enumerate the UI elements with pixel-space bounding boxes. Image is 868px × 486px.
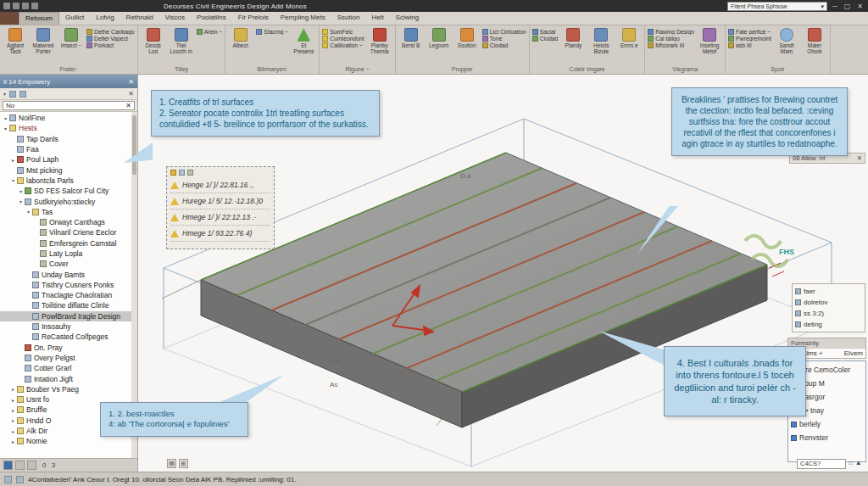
close-button[interactable]: ✕ [855, 3, 865, 10]
palette-row-faer[interactable]: faer [795, 286, 862, 297]
expander-icon[interactable]: ▸ [9, 397, 17, 403]
expander-icon[interactable]: ▸ [9, 439, 17, 444]
tool-cal-tailgo[interactable]: Cal tailgo [648, 36, 694, 42]
menu-tab-ssution[interactable]: Ssution [331, 12, 366, 25]
callout-top-right[interactable]: Breaklines ' prattises for Brewing count… [671, 87, 848, 156]
tool-helots-bizule[interactable]: Helots Bizule [588, 27, 614, 56]
menu-tab-lofvig[interactable]: Lofvig [90, 12, 120, 25]
tool-ciodad[interactable]: Ciodad [532, 36, 559, 42]
menu-tab-rethnald[interactable]: Rethnald [120, 12, 159, 25]
tree-item-nomie[interactable]: ▸Nomie [0, 436, 137, 446]
maximize-button[interactable]: ▢ [843, 3, 853, 10]
tool-sandt-mam[interactable]: Sandt Mam [774, 27, 799, 56]
menu-tab-retosum[interactable]: Retosum [19, 12, 59, 25]
tool-asb-iii[interactable]: asb III [728, 42, 771, 48]
scrollbar-thumb[interactable] [132, 115, 136, 175]
app-menu-button[interactable] [0, 12, 19, 25]
tool-matwred-porter[interactable]: Matwred Porter [31, 27, 56, 56]
panel-tab-2[interactable] [15, 461, 25, 470]
tool-sumfelc[interactable]: SumFelc [322, 29, 364, 35]
tool-emrs-e[interactable]: Emrs e [616, 27, 642, 56]
home-icon[interactable]: ⌂ [849, 459, 853, 466]
expander-icon[interactable]: ▸ [9, 428, 17, 434]
tree-item-noilfine[interactable]: ▾NoilFine [0, 113, 137, 123]
chevron-down-icon[interactable]: ▾ [821, 3, 825, 10]
tree-item-tas[interactable]: ▾Tas [0, 207, 137, 217]
tool-et-presens[interactable]: Et Presens [291, 27, 316, 56]
tool-desds-lod[interactable]: Desds Lod [141, 27, 166, 56]
filter-input[interactable]: No ✕ [3, 101, 135, 110]
tool-defiel-vapect[interactable]: Defiel Vapect [86, 36, 135, 42]
tool-maler-ohork[interactable]: Maler Ohork [802, 27, 827, 56]
tree-item-orwayt-canthags[interactable]: Orwayt Canthags [0, 217, 137, 227]
tool-inseting-metof[interactable]: Inseting Metof [697, 27, 722, 56]
tree-item-bouber-vs-paeg[interactable]: ▸Bouber Vs Paeg [0, 384, 137, 394]
formsinty-right[interactable]: Elvem [844, 349, 863, 357]
expander-icon[interactable]: ▸ [9, 157, 17, 163]
view-mode-icon[interactable] [9, 91, 16, 98]
panel-close-icon-small[interactable]: ✕ [128, 90, 134, 98]
layout-grid-icon[interactable]: ⊞ [179, 459, 188, 468]
menu-tab-sciwing[interactable]: Sciwing [390, 12, 426, 25]
tool-cumleondont[interactable]: Cumleondont [322, 36, 364, 42]
tree-item-laty-lopla[interactable]: Laty Lopla [0, 249, 137, 259]
palette-row-deting[interactable]: deting [795, 319, 862, 330]
expander-icon[interactable]: ▾ [25, 209, 32, 215]
property-row-renvster[interactable]: Renvster [791, 431, 863, 444]
expander-icon[interactable]: ▸ [9, 386, 17, 392]
expander-icon[interactable]: ▾ [2, 115, 9, 121]
tree-item-overy-pelgst[interactable]: Overy Pelgst [0, 353, 137, 363]
tree-item-unday-bamts[interactable]: Unday Bamts [0, 269, 137, 279]
menu-tab-fir-prelols[interactable]: Fir Prelols [232, 12, 275, 25]
tree-item-cotter-grarl[interactable]: Cotter Grarl [0, 363, 137, 373]
tree-item-vilnaril-criene-eeclor[interactable]: Vilnaril Criene Eeclor [0, 227, 137, 237]
menu-tab-poolatilns[interactable]: Poolatilns [191, 12, 232, 25]
tool-tilel-loocth-in[interactable]: Tilel Loocth in [169, 27, 194, 56]
tree-item-insoauhy[interactable]: Insoauhy [0, 321, 137, 332]
tool-legoom[interactable]: Legoom [426, 27, 452, 56]
tool-planby-themla[interactable]: Planby Themla [367, 27, 392, 56]
model-space-icon[interactable]: ▤ [167, 459, 176, 468]
clear-filter-icon[interactable]: ✕ [125, 102, 131, 109]
chevron-down-icon[interactable]: ▾ [3, 91, 6, 97]
tool-pwregremoint[interactable]: Pwregremoint [728, 36, 771, 42]
tool-rawing-design[interactable]: Rawing Design [648, 29, 694, 35]
refresh-icon[interactable] [19, 91, 26, 98]
tool-mfcorark-iii[interactable]: Mfcorark III [648, 42, 694, 48]
warning-row[interactable]: Hmege 1/ )/ 22:12.13 .- [170, 209, 270, 226]
tool-agjtant-tack[interactable]: Agjtant Tack [3, 27, 28, 56]
tree-item-hests[interactable]: ▾Hests [0, 123, 137, 133]
tool-berst-b[interactable]: Berst B [398, 27, 424, 56]
menu-tab-helt[interactable]: Helt [365, 12, 389, 25]
menu-tab-gullict[interactable]: Gullict [59, 12, 90, 25]
tree-item-sd-fes-salcor-ful-city[interactable]: ▾SD FES Salcor Ful City [0, 186, 137, 196]
tool-dethe-canbago[interactable]: Dethe Canbago [86, 29, 135, 35]
tree-item-tisthry-cusners-ponks[interactable]: Tisthry Cusners Ponks [0, 280, 137, 290]
tool-arein[interactable]: Arein − [197, 29, 223, 35]
expander-icon[interactable]: ▸ [9, 407, 17, 413]
tree-item-mst-picking[interactable]: Mst picking [0, 165, 137, 175]
expander-icon[interactable]: ▾ [2, 126, 9, 131]
tree-item-powlbravd-iragle-design[interactable]: PowlBravd Iragle Design [0, 311, 137, 321]
tool-tone[interactable]: Tone [482, 36, 526, 42]
menu-tab-pempling-mets[interactable]: Pempling Mets [275, 12, 331, 25]
tool-stacmg[interactable]: Stacmg − [256, 29, 288, 35]
panel-tab-active[interactable] [3, 461, 13, 470]
mini-panel-close-icon[interactable]: ✕ [857, 154, 862, 162]
warning-row[interactable]: Hurege 1/ 5/ 12.-12.18.)0 [170, 193, 270, 209]
undo-icon[interactable] [22, 3, 29, 9]
tree-item-toilitine-diflatte-clinle[interactable]: Toilitine diflatte Clinle [0, 300, 137, 310]
expander-icon[interactable]: ▾ [17, 188, 25, 194]
tree-item-on-pray[interactable]: On. Pray [0, 343, 137, 353]
redo-icon[interactable] [31, 3, 38, 9]
warning-row[interactable]: Hmege 1/ 93.22.76 4) [170, 226, 270, 242]
tool-fale-perfice[interactable]: Fale perfice − [728, 29, 771, 35]
tree-item-faa[interactable]: Faa [0, 144, 137, 154]
tree-item-recasted-colfpeges[interactable]: ReCasted Colfpeges [0, 332, 137, 342]
callout-bottom-right[interactable]: 4. Best I culturals .bnads for into thre… [664, 346, 806, 416]
tool-ssution[interactable]: Ssution [454, 27, 480, 56]
callout-top-left[interactable]: 1. Creatfits of trl surfaces 2. Sereator… [151, 90, 380, 137]
expander-icon[interactable]: ▾ [17, 198, 25, 204]
expander-icon[interactable]: ▸ [9, 417, 17, 423]
tool-sacial[interactable]: Sacial [532, 29, 559, 35]
